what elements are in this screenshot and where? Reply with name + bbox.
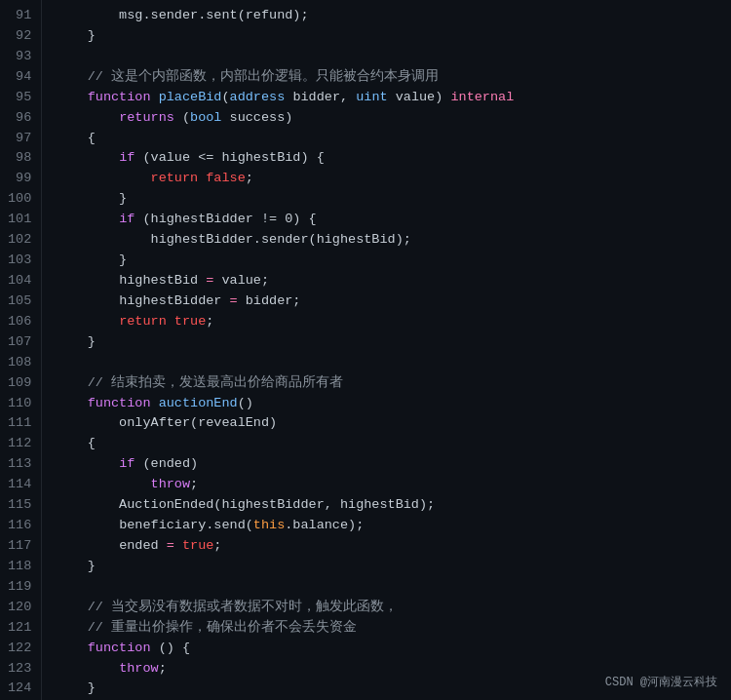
code-line: { (56, 434, 731, 454)
code-line: throw; (56, 475, 731, 495)
code-line: if (highestBidder != 0) { (56, 210, 731, 230)
code-line: ended = true; (56, 536, 731, 557)
code-line: } (56, 557, 731, 577)
code-line: return false; (56, 169, 731, 189)
code-line: if (value <= highestBid) { (56, 148, 731, 169)
code-line: returns (bool success) (56, 108, 731, 129)
code-line: // 这是个内部函数，内部出价逻辑。只能被合约本身调用 (56, 67, 731, 88)
code-content: msg.sender.sent(refund); } // 这是个内部函数，内部… (42, 0, 731, 700)
code-line: } (56, 26, 731, 47)
code-line: highestBidder = bidder; (56, 292, 731, 312)
code-area: 9192939495969798991001011021031041051061… (0, 0, 731, 700)
code-line: function auctionEnd() (56, 394, 731, 414)
watermark: CSDN @河南漫云科技 (605, 674, 717, 692)
code-line: return true; (56, 312, 731, 332)
code-line: } (56, 189, 731, 210)
code-line (56, 577, 731, 598)
code-line: // 重量出价操作，确保出价者不会丢失资金 (56, 618, 731, 639)
line-numbers: 9192939495969798991001011021031041051061… (0, 0, 42, 700)
code-line: // 当交易没有数据或者数据不对时，触发此函数， (56, 598, 731, 618)
code-line: function () { (56, 639, 731, 659)
code-editor: 9192939495969798991001011021031041051061… (0, 0, 731, 700)
code-line: msg.sender.sent(refund); (56, 6, 731, 26)
code-line: onlyAfter(revealEnd) (56, 413, 731, 434)
code-line: beneficiary.send(this.balance); (56, 516, 731, 536)
code-line: highestBidder.sender(highestBid); (56, 230, 731, 251)
code-line: highestBid = value; (56, 271, 731, 292)
code-line: function placeBid(address bidder, uint v… (56, 88, 731, 108)
code-line: AuctionEnded(highestBidder, highestBid); (56, 495, 731, 516)
code-line: } (56, 332, 731, 353)
code-line: { (56, 129, 731, 149)
code-line (56, 353, 731, 373)
code-line: // 结束拍卖，发送最高出价给商品所有者 (56, 373, 731, 394)
code-line: } (56, 251, 731, 271)
code-line (56, 47, 731, 67)
code-line: if (ended) (56, 454, 731, 475)
